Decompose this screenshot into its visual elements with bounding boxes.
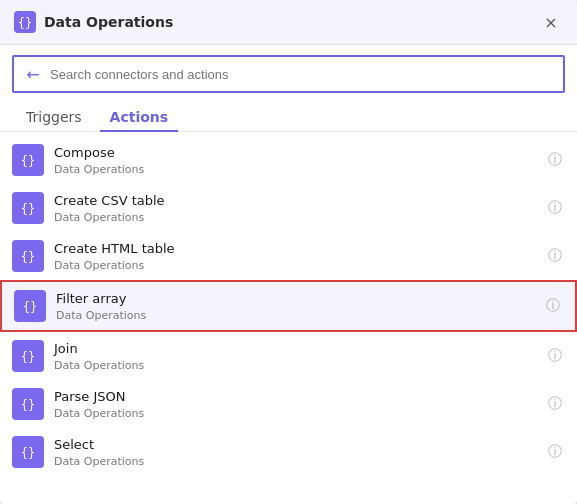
item-name: Parse JSON	[54, 388, 545, 406]
item-icon-html: {}	[12, 240, 44, 272]
item-name: Select	[54, 436, 545, 454]
item-sub: Data Operations	[54, 163, 545, 176]
back-button[interactable]: ←	[22, 63, 44, 85]
list-item-filter-array[interactable]: {} Filter array Data Operations ⓘ	[0, 280, 577, 332]
item-text-compose: Compose Data Operations	[54, 144, 545, 175]
svg-text:{}: {}	[21, 446, 35, 460]
svg-text:{}: {}	[18, 16, 32, 30]
info-icon[interactable]: ⓘ	[545, 442, 565, 462]
info-icon[interactable]: ⓘ	[545, 394, 565, 414]
item-sub: Data Operations	[54, 359, 545, 372]
item-sub: Data Operations	[56, 309, 543, 322]
item-sub: Data Operations	[54, 211, 545, 224]
item-name: Create CSV table	[54, 192, 545, 210]
tab-triggers[interactable]: Triggers	[16, 103, 92, 131]
item-icon-filter: {}	[14, 290, 46, 322]
svg-text:{}: {}	[21, 202, 35, 216]
item-text-parse-json: Parse JSON Data Operations	[54, 388, 545, 419]
dialog-header: {} Data Operations ×	[0, 0, 577, 45]
tab-actions[interactable]: Actions	[100, 103, 179, 131]
item-icon-join: {}	[12, 340, 44, 372]
list-item[interactable]: {} Join Data Operations ⓘ	[0, 332, 577, 380]
item-text-csv: Create CSV table Data Operations	[54, 192, 545, 223]
item-name: Compose	[54, 144, 545, 162]
item-text-filter: Filter array Data Operations	[56, 290, 543, 321]
item-text-select: Select Data Operations	[54, 436, 545, 467]
search-bar: ←	[12, 55, 565, 93]
svg-text:{}: {}	[21, 154, 35, 168]
item-icon-csv: {}	[12, 192, 44, 224]
svg-text:{}: {}	[23, 300, 37, 314]
svg-text:{}: {}	[21, 250, 35, 264]
list-item[interactable]: {} Parse JSON Data Operations ⓘ	[0, 380, 577, 428]
dialog: {} Data Operations × ← Triggers Actions …	[0, 0, 577, 504]
item-name: Filter array	[56, 290, 543, 308]
item-icon-compose: {}	[12, 144, 44, 176]
list-item[interactable]: {} Select Data Operations ⓘ	[0, 428, 577, 476]
item-sub: Data Operations	[54, 259, 545, 272]
info-icon[interactable]: ⓘ	[543, 296, 563, 316]
item-name: Create HTML table	[54, 240, 545, 258]
info-icon[interactable]: ⓘ	[545, 198, 565, 218]
item-sub: Data Operations	[54, 455, 545, 468]
list-item[interactable]: {} Create CSV table Data Operations ⓘ	[0, 184, 577, 232]
list-item[interactable]: {} Compose Data Operations ⓘ	[0, 136, 577, 184]
item-icon-parse-json: {}	[12, 388, 44, 420]
item-sub: Data Operations	[54, 407, 545, 420]
data-operations-icon: {}	[14, 11, 36, 33]
item-name: Join	[54, 340, 545, 358]
info-icon[interactable]: ⓘ	[545, 246, 565, 266]
tabs-bar: Triggers Actions	[0, 103, 577, 132]
items-list: {} Compose Data Operations ⓘ {} Create C…	[0, 136, 577, 504]
item-text-join: Join Data Operations	[54, 340, 545, 371]
dialog-title: Data Operations	[44, 14, 539, 30]
item-icon-select: {}	[12, 436, 44, 468]
list-item[interactable]: {} Create HTML table Data Operations ⓘ	[0, 232, 577, 280]
close-button[interactable]: ×	[539, 10, 563, 34]
svg-text:{}: {}	[21, 398, 35, 412]
info-icon[interactable]: ⓘ	[545, 346, 565, 366]
info-icon[interactable]: ⓘ	[545, 150, 565, 170]
item-text-html: Create HTML table Data Operations	[54, 240, 545, 271]
svg-text:{}: {}	[21, 350, 35, 364]
search-input[interactable]	[50, 67, 555, 82]
